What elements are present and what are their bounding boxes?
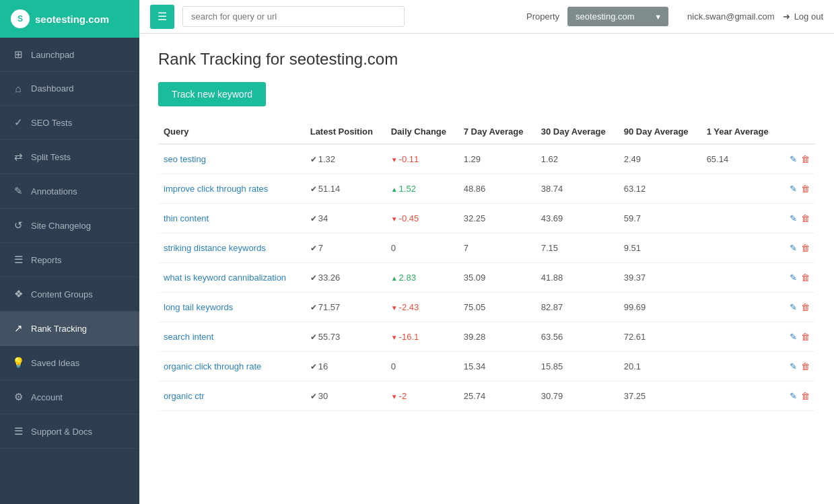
cell-daily-change: 2.83 (386, 263, 458, 293)
property-wrapper: seotesting.com ▼ (567, 7, 668, 26)
query-link[interactable]: organic click through rate (164, 361, 261, 371)
query-link[interactable]: improve click through rates (164, 184, 268, 194)
topbar: ☰ Property seotesting.com ▼ nick.swan@gm… (139, 0, 834, 34)
cell-7day: 7 (458, 233, 536, 263)
cell-query: organic ctr (158, 382, 305, 411)
saved-ideas-icon: 💡 (12, 357, 24, 369)
sidebar-item-annotations[interactable]: ✎ Annotations (0, 174, 139, 209)
cell-latest-position: ✔7 (305, 233, 386, 263)
query-link[interactable]: search intent (164, 332, 213, 342)
sidebar-item-seo-tests[interactable]: ✓ SEO Tests (0, 106, 139, 140)
cell-query: long tail keywords (158, 293, 305, 322)
arrow-down-icon (391, 332, 399, 342)
cell-daily-change: -0.45 (386, 204, 458, 233)
cell-90day: 9.51 (619, 233, 701, 263)
edit-icon[interactable]: ✎ (790, 243, 797, 253)
change-up-indicator: 2.83 (391, 273, 416, 283)
sidebar-item-reports[interactable]: ☰ Reports (0, 243, 139, 277)
sidebar-item-saved-ideas[interactable]: 💡 Saved Ideas (0, 346, 139, 380)
hamburger-icon: ☰ (158, 10, 167, 23)
cell-daily-change: 1.52 (386, 174, 458, 204)
query-link[interactable]: seo testing (164, 154, 206, 164)
keyword-table: Query Latest Position Daily Change 7 Day… (158, 120, 815, 411)
edit-icon[interactable]: ✎ (790, 302, 797, 312)
sidebar-item-launchpad[interactable]: ⊞ Launchpad (0, 38, 139, 72)
cell-90day: 72.61 (619, 322, 701, 352)
delete-icon[interactable]: 🗑 (801, 154, 810, 164)
property-label: Property (526, 11, 559, 22)
delete-icon[interactable]: 🗑 (801, 332, 810, 342)
delete-icon[interactable]: 🗑 (801, 213, 810, 223)
arrow-down-icon (391, 213, 399, 223)
delete-icon[interactable]: 🗑 (801, 243, 810, 253)
edit-icon[interactable]: ✎ (790, 361, 797, 371)
dashboard-icon: ⌂ (12, 83, 24, 94)
cell-latest-position: ✔71.57 (305, 293, 386, 322)
edit-icon[interactable]: ✎ (790, 184, 797, 194)
cell-90day: 20.1 (619, 352, 701, 382)
cell-actions: ✎ 🗑 (781, 352, 815, 382)
track-new-keyword-button[interactable]: Track new keyword (158, 82, 266, 106)
cell-query: improve click through rates (158, 174, 305, 204)
query-link[interactable]: striking distance keywords (164, 243, 266, 253)
cell-90day: 2.49 (619, 144, 701, 174)
table-row: thin content✔34-0.4532.2543.6959.7 ✎ 🗑 (158, 204, 815, 233)
cell-30day: 43.69 (536, 204, 619, 233)
split-tests-icon: ⇄ (12, 151, 24, 163)
table-row: organic click through rate✔16015.3415.85… (158, 352, 815, 382)
cell-daily-change: 0 (386, 352, 458, 382)
cell-query: seo testing (158, 144, 305, 174)
delete-icon[interactable]: 🗑 (801, 273, 810, 283)
search-input[interactable] (182, 6, 405, 27)
sidebar-item-dashboard[interactable]: ⌂ Dashboard (0, 72, 139, 106)
table-row: improve click through rates✔51.141.5248.… (158, 174, 815, 204)
rank-tracking-icon: ↗ (12, 322, 24, 334)
sidebar-item-support-docs[interactable]: ☰ Support & Docs (0, 415, 139, 449)
cell-30day: 30.79 (536, 382, 619, 411)
query-link[interactable]: thin content (164, 213, 209, 223)
sidebar-item-account[interactable]: ⚙ Account (0, 380, 139, 415)
cell-7day: 1.29 (458, 144, 536, 174)
sidebar-item-rank-tracking[interactable]: ↗ Rank Tracking (0, 312, 139, 346)
change-neutral-indicator: 0 (391, 361, 396, 371)
delete-icon[interactable]: 🗑 (801, 302, 810, 312)
logout-button[interactable]: ➜ Log out (783, 11, 823, 22)
edit-icon[interactable]: ✎ (790, 213, 797, 223)
change-down-indicator: -2 (391, 391, 407, 401)
sidebar-item-content-groups[interactable]: ❖ Content Groups (0, 277, 139, 312)
check-icon: ✔ (310, 155, 317, 164)
sidebar-item-split-tests[interactable]: ⇄ Split Tests (0, 140, 139, 174)
hamburger-button[interactable]: ☰ (150, 5, 174, 29)
annotations-icon: ✎ (12, 185, 24, 197)
edit-icon[interactable]: ✎ (790, 273, 797, 283)
sidebar-item-site-changelog[interactable]: ↺ Site Changelog (0, 209, 139, 243)
delete-icon[interactable]: 🗑 (801, 361, 810, 371)
cell-1year (701, 204, 781, 233)
edit-icon[interactable]: ✎ (790, 332, 797, 342)
cell-actions: ✎ 🗑 (781, 382, 815, 411)
cell-query: what is keyword cannibalization (158, 263, 305, 293)
delete-icon[interactable]: 🗑 (801, 184, 810, 194)
change-up-indicator: 1.52 (391, 184, 416, 194)
col-1year: 1 Year Average (701, 120, 781, 144)
action-icons: ✎ 🗑 (786, 391, 810, 401)
cell-1year (701, 322, 781, 352)
edit-icon[interactable]: ✎ (790, 154, 797, 164)
change-down-indicator: -2.43 (391, 302, 419, 312)
cell-actions: ✎ 🗑 (781, 263, 815, 293)
property-select[interactable]: seotesting.com (567, 7, 668, 26)
action-icons: ✎ 🗑 (786, 243, 810, 253)
cell-query: thin content (158, 204, 305, 233)
table-row: what is keyword cannibalization✔33.262.8… (158, 263, 815, 293)
sidebar-item-label: Account (31, 392, 63, 402)
arrow-up-icon (391, 273, 399, 283)
action-icons: ✎ 🗑 (786, 213, 810, 223)
logo-icon: S (11, 9, 30, 28)
delete-icon[interactable]: 🗑 (801, 391, 810, 401)
sidebar-item-label: Content Groups (31, 289, 93, 299)
cell-30day: 7.15 (536, 233, 619, 263)
query-link[interactable]: organic ctr (164, 391, 205, 401)
query-link[interactable]: what is keyword cannibalization (164, 273, 286, 283)
edit-icon[interactable]: ✎ (790, 391, 797, 401)
query-link[interactable]: long tail keywords (164, 302, 233, 312)
